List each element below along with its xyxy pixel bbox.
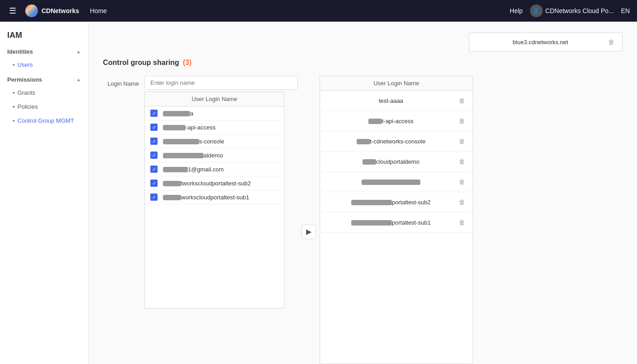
chevron-up-icon-2: ▲ [76,77,81,82]
sidebar-section-identities[interactable]: Identities ▲ [0,44,88,58]
logo: CDNetworks [25,5,79,17]
sidebar: IAM Identities ▲ ● Users Permissions ▲ ●… [0,22,88,364]
right-redacted-7 [351,220,392,226]
redacted-1 [163,111,190,116]
checkbox-2[interactable]: ✓ [150,124,158,131]
login-name-input[interactable] [144,76,298,90]
delete-btn-3[interactable]: 🗑 [456,136,467,147]
left-panel-header: User Login Name [145,92,284,106]
bullet-icon: ● [13,63,15,67]
empty-space [145,204,284,308]
sidebar-item-control-group[interactable]: ● Control Group MGMT [0,114,88,128]
item-text-7: workscloudportaltest-sub1 [163,194,249,201]
bullet-icon-2: ● [13,91,15,95]
user-avatar: 👤 [530,5,543,17]
right-list-item: 🗑 [320,172,473,192]
section-title: Control group sharing (3) [103,59,623,67]
checkbox-1[interactable]: ✓ [150,110,158,117]
topnav: ☰ CDNetworks Home Help 👤 CDNetworks Clou… [0,0,637,22]
section-count: (3) [183,59,192,67]
sidebar-item-users[interactable]: ● Users [0,58,88,72]
right-redacted-5 [362,180,420,185]
topnav-right: Help 👤 CDNetworks Cloud Po... EN [510,5,630,17]
right-item-text-1: test-aaaa [325,97,456,104]
transfer-wrapper: User Login Name ✓ a ✓ -api-ac [144,76,473,364]
right-list-item: cloudportaldemo 🗑 [320,152,473,172]
item-text-6: tworkscloudportaltest-sub2 [163,180,251,187]
hamburger-menu[interactable]: ☰ [7,4,18,18]
checkbox-4[interactable]: ✓ [150,152,158,159]
item-text-1: a [163,110,193,117]
list-item[interactable]: ✓ -api-access [145,120,284,134]
layout: IAM Identities ▲ ● Users Permissions ▲ ●… [0,22,637,364]
redacted-4 [163,153,204,158]
right-item-text-7: portaltest-sub1 [325,219,456,226]
delete-btn-5[interactable]: 🗑 [456,176,467,187]
right-redacted-6 [351,200,392,205]
right-item-text-6: portaltest-sub2 [325,199,456,206]
redacted-6 [163,181,181,186]
right-list-item: t-cdnetworks-console 🗑 [320,131,473,152]
checkbox-5[interactable]: ✓ [150,166,158,173]
list-item[interactable]: ✓ s-console [145,134,284,148]
right-panel-header: User Login Name [320,76,473,91]
delete-btn-2[interactable]: 🗑 [456,115,467,126]
right-empty-space [320,233,473,364]
left-panel-container: User Login Name ✓ a ✓ -api-ac [144,76,298,309]
redacted-3 [163,139,199,144]
list-item[interactable]: ✓ workscloudportaltest-sub1 [145,190,284,204]
right-panel: User Login Name test-aaaa 🗑 t-api-access… [320,76,473,364]
right-list-item: test-aaaa 🗑 [320,91,473,111]
language-selector[interactable]: EN [621,7,630,14]
item-text-4: aldemo [163,152,223,159]
right-list-item: portaltest-sub2 🗑 [320,192,473,212]
list-item[interactable]: ✓ 1@gmail.com [145,162,284,176]
item-text-2: -api-access [163,124,215,131]
logo-icon [25,5,38,17]
right-item-text-3: t-cdnetworks-console [325,138,456,145]
right-redacted-2 [368,119,382,124]
list-item[interactable]: ✓ aldemo [145,148,284,162]
right-item-text-4: cloudportaldemo [325,158,456,165]
login-name-label: Login Name [103,76,139,87]
user-section[interactable]: 👤 CDNetworks Cloud Po... [530,5,614,17]
help-link[interactable]: Help [510,7,523,14]
right-item-text-2: t-api-access [325,118,456,124]
bullet-icon-3: ● [13,105,15,109]
left-panel: User Login Name ✓ a ✓ -api-ac [144,92,284,309]
delete-btn-7[interactable]: 🗑 [456,217,467,228]
domain-row: blue3.cdnetworks.net 🗑 [103,32,623,51]
delete-btn-4[interactable]: 🗑 [456,156,467,167]
sidebar-section-permissions[interactable]: Permissions ▲ [0,72,88,86]
sidebar-item-grants[interactable]: ● Grants [0,86,88,100]
transfer-right-btn[interactable]: ▶ [302,225,316,239]
delete-btn-6[interactable]: 🗑 [456,197,467,207]
login-name-row: Login Name User Login Name ✓ a [103,76,623,364]
delete-btn-1[interactable]: 🗑 [456,95,467,106]
sidebar-item-policies[interactable]: ● Policies [0,100,88,114]
redacted-2 [163,125,186,130]
item-text-5: 1@gmail.com [163,166,224,173]
checkbox-7[interactable]: ✓ [150,194,158,201]
checkbox-3[interactable]: ✓ [150,138,158,145]
list-item[interactable]: ✓ tworkscloudportaltest-sub2 [145,176,284,190]
main-content: blue3.cdnetworks.net 🗑 Control group sha… [88,22,637,364]
right-redacted-4 [363,159,376,165]
item-text-3: s-console [163,138,224,145]
home-link[interactable]: Home [90,7,107,14]
sidebar-title: IAM [0,22,88,44]
right-redacted-3 [357,139,370,144]
bullet-icon-4: ● [13,119,15,123]
redacted-5 [163,167,188,172]
user-name: CDNetworks Cloud Po... [545,7,614,14]
right-item-text-5 [325,179,456,185]
redacted-7 [163,195,181,200]
domain-delete-btn[interactable]: 🗑 [606,37,617,47]
checkbox-6[interactable]: ✓ [150,180,158,187]
right-list-item: t-api-access 🗑 [320,111,473,131]
chevron-up-icon: ▲ [76,49,81,54]
domain-entry: blue3.cdnetworks.net 🗑 [469,32,623,51]
list-item[interactable]: ✓ a [145,106,284,120]
right-list-item: portaltest-sub1 🗑 [320,212,473,233]
logo-text: CDNetworks [42,7,79,14]
